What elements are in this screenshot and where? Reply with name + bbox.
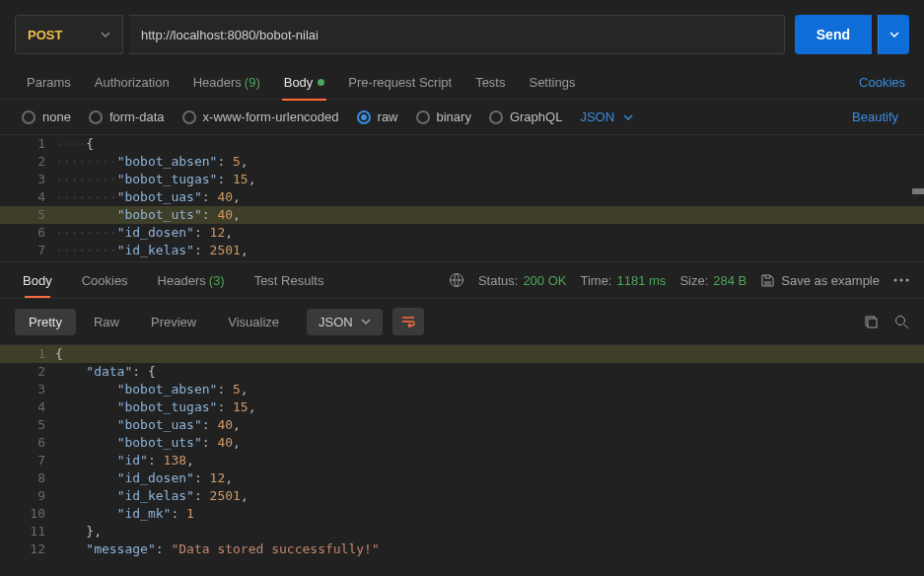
chevron-down-icon: [623, 112, 633, 122]
code-content: "bobot_uas": 40,: [55, 416, 241, 434]
wrap-icon: [400, 315, 416, 328]
code-content: "bobot_uts": 40,: [55, 434, 241, 452]
send-dropdown-button[interactable]: [878, 15, 909, 54]
method-select[interactable]: POST: [15, 15, 123, 54]
svg-rect-4: [868, 319, 877, 327]
search-icon: [894, 315, 909, 329]
radio-icon: [182, 110, 196, 124]
radio-xwww[interactable]: x-www-form-urlencoded: [182, 109, 339, 124]
code-line[interactable]: 1{: [0, 345, 924, 363]
chevron-down-icon: [889, 30, 899, 39]
tab-tests[interactable]: Tests: [463, 66, 517, 100]
code-line[interactable]: 5········"bobot_uts": 40,: [0, 206, 924, 224]
view-raw[interactable]: Raw: [80, 309, 133, 335]
tab-headers[interactable]: Headers (9): [181, 66, 272, 100]
code-line[interactable]: 12 "message": "Data stored successfully!…: [0, 540, 924, 558]
code-line[interactable]: 9 "id_kelas": 2501,: [0, 487, 924, 505]
line-number: 6: [0, 434, 55, 452]
resp-tab-tests[interactable]: Test Results: [247, 263, 332, 297]
indent-guide: ········: [55, 242, 117, 259]
save-example-button[interactable]: Save as example: [760, 273, 880, 288]
request-tabs: Params Authorization Headers (9) Body Pr…: [0, 66, 924, 100]
code-line[interactable]: 7········"id_kelas": 2501,: [0, 242, 924, 259]
svg-point-1: [894, 279, 897, 282]
tab-prerequest[interactable]: Pre-request Script: [336, 66, 463, 100]
code-line[interactable]: 3········"bobot_tugas": 15,: [0, 171, 924, 188]
code-content: "bobot_tugas": 15,: [117, 171, 256, 188]
code-line[interactable]: 6········"id_dosen": 12,: [0, 224, 924, 242]
content-type-select[interactable]: JSON: [580, 109, 633, 124]
line-number: 3: [0, 171, 55, 188]
code-line[interactable]: 7 "id": 138,: [0, 452, 924, 469]
code-line[interactable]: 4 "bobot_tugas": 15,: [0, 398, 924, 416]
send-button[interactable]: Send: [795, 15, 872, 54]
code-line[interactable]: 5 "bobot_uas": 40,: [0, 416, 924, 434]
status-block: Status: 200 OK: [478, 273, 567, 288]
resp-tab-body[interactable]: Body: [15, 263, 60, 297]
tab-params[interactable]: Params: [15, 66, 83, 100]
indent-guide: ········: [55, 224, 117, 242]
line-number: 7: [0, 242, 55, 259]
resp-tab-cookies[interactable]: Cookies: [74, 263, 136, 297]
view-visualize[interactable]: Visualize: [214, 309, 293, 335]
request-body-editor[interactable]: 1····{2········"bobot_absen": 5,3·······…: [0, 135, 924, 261]
line-number: 7: [0, 452, 55, 469]
tab-count: (3): [209, 273, 225, 288]
cookies-link[interactable]: Cookies: [855, 75, 909, 90]
code-content: "id_dosen": 12,: [55, 469, 233, 487]
indent-guide: ········: [55, 206, 117, 224]
tab-settings[interactable]: Settings: [517, 66, 587, 100]
copy-button[interactable]: [864, 315, 879, 329]
code-line[interactable]: 2 "data": {: [0, 363, 924, 381]
code-content: "id_kelas": 2501,: [55, 487, 249, 505]
radio-raw[interactable]: raw: [357, 109, 398, 124]
line-number: 3: [0, 381, 55, 398]
tab-label: Headers: [193, 75, 242, 90]
code-content: "id_dosen": 12,: [117, 224, 233, 242]
line-number: 2: [0, 363, 55, 381]
line-number: 5: [0, 206, 55, 224]
response-body-editor[interactable]: 1{2 "data": {3 "bobot_absen": 5,4 "bobot…: [0, 345, 924, 564]
line-number: 1: [0, 345, 55, 363]
code-content: "bobot_absen": 5,: [117, 153, 249, 171]
beautify-link[interactable]: Beautify: [848, 109, 902, 124]
code-line[interactable]: 2········"bobot_absen": 5,: [0, 153, 924, 171]
url-input[interactable]: [129, 15, 785, 54]
indent-guide: ····: [55, 135, 86, 153]
time-block: Time: 1181 ms: [580, 273, 666, 288]
indent-guide: ········: [55, 171, 117, 188]
code-line[interactable]: 4········"bobot_uas": 40,: [0, 188, 924, 206]
code-line[interactable]: 10 "id_mk": 1: [0, 505, 924, 523]
resp-tab-headers[interactable]: Headers (3): [150, 263, 233, 297]
line-number: 4: [0, 188, 55, 206]
radio-icon: [489, 110, 503, 124]
radio-icon: [357, 110, 371, 124]
indent-guide: ········: [55, 153, 117, 171]
svg-point-3: [906, 279, 909, 282]
code-line[interactable]: 6 "bobot_uts": 40,: [0, 434, 924, 452]
code-line[interactable]: 3 "bobot_absen": 5,: [0, 381, 924, 398]
wrap-lines-button[interactable]: [392, 308, 424, 335]
radio-form-data[interactable]: form-data: [89, 109, 165, 124]
view-preview[interactable]: Preview: [137, 309, 210, 335]
code-line[interactable]: 11 },: [0, 523, 924, 540]
line-number: 1: [0, 135, 55, 153]
radio-graphql[interactable]: GraphQL: [489, 109, 562, 124]
svg-point-2: [900, 279, 903, 282]
radio-none[interactable]: none: [22, 109, 71, 124]
code-content: {: [55, 345, 63, 363]
radio-icon: [89, 110, 103, 124]
line-number: 8: [0, 469, 55, 487]
tab-authorization[interactable]: Authorization: [83, 66, 181, 100]
line-number: 5: [0, 416, 55, 434]
search-button[interactable]: [894, 315, 909, 329]
code-line[interactable]: 1····{: [0, 135, 924, 153]
line-number: 12: [0, 540, 55, 558]
view-pretty[interactable]: Pretty: [15, 309, 76, 335]
response-format-select[interactable]: JSON: [307, 309, 383, 335]
tab-body[interactable]: Body: [272, 66, 337, 100]
radio-binary[interactable]: binary: [416, 109, 471, 124]
network-icon[interactable]: [449, 272, 464, 288]
more-icon[interactable]: [893, 278, 909, 282]
code-line[interactable]: 8 "id_dosen": 12,: [0, 469, 924, 487]
